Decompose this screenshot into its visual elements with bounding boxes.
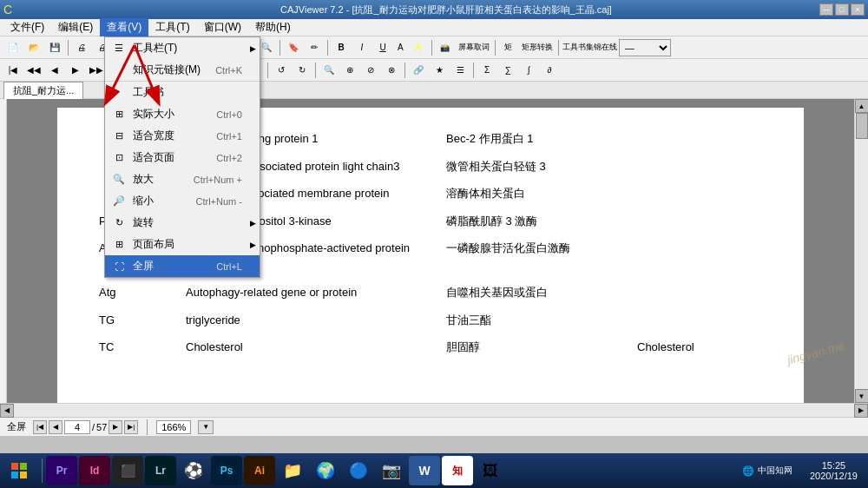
menu-tools[interactable]: 工具(T): [148, 18, 196, 36]
clock-date: 2020/12/19: [810, 471, 858, 481]
list-btn[interactable]: ☰: [450, 61, 470, 80]
chinese-cell: 微管相关蛋白轻链 3: [439, 153, 630, 181]
minimize-button[interactable]: —: [819, 3, 833, 16]
scroll-track[interactable]: [856, 113, 868, 389]
page-number-input[interactable]: [64, 420, 90, 434]
rotate-left-btn[interactable]: ↺: [272, 61, 291, 80]
taskbar-camera[interactable]: 📷: [376, 456, 407, 485]
taskbar-premiere[interactable]: Pr: [46, 456, 77, 485]
windows-button[interactable]: [3, 456, 35, 485]
scroll-thumb[interactable]: [856, 113, 868, 139]
bookmark-button[interactable]: 🔖: [284, 38, 303, 57]
taskbar-indesign[interactable]: Id: [79, 456, 110, 485]
new-button[interactable]: 📄: [3, 38, 23, 57]
link-btn[interactable]: 🔗: [409, 61, 428, 80]
taskbar-video[interactable]: ⬛: [112, 456, 143, 485]
zoom-input[interactable]: [156, 420, 191, 434]
library-label: 工具书集锦在线: [562, 42, 617, 53]
h-scroll-track[interactable]: [14, 405, 854, 417]
menu-file[interactable]: 文件(F): [3, 18, 51, 36]
save-button[interactable]: 💾: [45, 38, 64, 57]
taskbar-ball[interactable]: ⚽: [178, 456, 209, 485]
translate-button[interactable]: 矩: [499, 38, 518, 57]
print-button[interactable]: 🖨: [72, 38, 91, 57]
vertical-scrollbar[interactable]: ▲ ▼: [854, 99, 868, 403]
taskbar-image[interactable]: 🖼: [475, 456, 506, 485]
menu-toolbar-item[interactable]: ☰ 工具栏(T): [105, 37, 260, 59]
rotate-right-btn[interactable]: ↻: [293, 61, 312, 80]
document-tab[interactable]: 抗阻_耐力运...: [3, 82, 83, 99]
annotate-button[interactable]: ✏: [305, 38, 324, 57]
next-btn[interactable]: ▶: [66, 61, 85, 80]
menu-fit-page-item[interactable]: ⊡ 适合页面 Ctrl+2: [105, 147, 260, 168]
screen-capture-button[interactable]: 📸: [436, 38, 455, 57]
menu-layout-item[interactable]: ⊞ 页面布局: [105, 234, 260, 255]
extra-btn2[interactable]: ∑: [498, 61, 517, 80]
taskbar-word[interactable]: W: [409, 456, 440, 485]
prev-btn2[interactable]: ◀: [45, 61, 64, 80]
zoom-adjust-button[interactable]: ▼: [198, 420, 214, 434]
scroll-right-button[interactable]: ▶: [854, 404, 868, 418]
menu-window[interactable]: 窗口(W): [197, 18, 248, 36]
windows-icon: [10, 462, 28, 479]
taskbar-illustrator[interactable]: Ai: [244, 456, 275, 485]
clock-display: 15:25 2020/12/19: [803, 460, 865, 481]
open-button[interactable]: 📂: [24, 38, 43, 57]
menu-zoom-out-item[interactable]: 🔎 缩小 Ctrl+Num -: [105, 190, 260, 212]
menu-actual-size-item[interactable]: ⊞ 实际大小 Ctrl+0: [105, 103, 260, 125]
last-page-nav-button[interactable]: ▶|: [124, 420, 138, 434]
bold-button[interactable]: B: [332, 38, 351, 57]
close-button[interactable]: ×: [851, 3, 865, 16]
menu-view[interactable]: 查看(V): [100, 18, 148, 36]
menu-zoom-in-item[interactable]: 🔍 放大 Ctrl+Num +: [105, 168, 260, 190]
taskbar-earth[interactable]: 🌍: [310, 456, 341, 485]
extra-btn4[interactable]: ∂: [540, 61, 559, 80]
first-page-button[interactable]: |◀: [3, 61, 23, 80]
sys-tray-icons: 🌐 中国知网: [735, 465, 799, 477]
scroll-up-button[interactable]: ▲: [855, 99, 869, 113]
maximize-button[interactable]: □: [835, 3, 849, 16]
chinese-cell: 甘油三酯: [439, 307, 630, 334]
highlight-button[interactable]: A: [409, 38, 428, 57]
next-page-button[interactable]: ▶▶: [87, 61, 106, 80]
extra-btn3[interactable]: ∫: [519, 61, 538, 80]
horizontal-scrollbar[interactable]: ◀ ▶: [0, 403, 868, 417]
prev-page-button[interactable]: ◀◀: [24, 61, 43, 80]
fullscreen-status: 全屏: [7, 420, 26, 433]
menu-knowledge-link-item[interactable]: 知识元链接(M) Ctrl+K: [105, 59, 260, 81]
menu-fullscreen-item[interactable]: ⛶ 全屏 Ctrl+L: [105, 255, 260, 277]
fullscreen-icon: ⛶: [112, 261, 126, 272]
fit-page-icon: ⊡: [112, 152, 126, 163]
sep1: [68, 40, 69, 56]
taskbar-chrome[interactable]: 🔵: [343, 456, 374, 485]
next-page-nav-button[interactable]: ▶: [108, 420, 122, 434]
taskbar-cajviewer[interactable]: 知: [442, 456, 473, 485]
menu-rotate-item[interactable]: ↻ 旋转: [105, 212, 260, 234]
taskbar-photoshop[interactable]: Ps: [211, 456, 242, 485]
menu-edit[interactable]: 编辑(E): [51, 18, 100, 36]
option-btn3[interactable]: ⊗: [382, 61, 401, 80]
extra-btn1[interactable]: Σ: [477, 61, 496, 80]
option-btn2[interactable]: ⊘: [361, 61, 380, 80]
sep8: [495, 40, 496, 56]
library-select[interactable]: —: [619, 39, 671, 56]
menu-fit-width-item[interactable]: ⊟ 适合宽度 Ctrl+1: [105, 125, 260, 147]
extra-cell: Cholesterol: [630, 333, 769, 361]
first-page-nav-button[interactable]: |◀: [33, 420, 47, 434]
star-btn[interactable]: ★: [430, 61, 449, 80]
english-cell: Cholesterol: [179, 333, 439, 361]
option-btn1[interactable]: ⊕: [340, 61, 359, 80]
menu-help[interactable]: 帮助(H): [248, 18, 298, 36]
prev-page-nav-button[interactable]: ◀: [49, 420, 62, 434]
italic-button[interactable]: I: [352, 38, 372, 57]
nav-sep4: [315, 63, 316, 78]
scroll-down-button[interactable]: ▼: [855, 389, 869, 403]
taskbar: Pr Id ⬛ Lr ⚽ Ps Ai 📁 🌍 🔵 📷 W 知 🖼 🌐 中国: [0, 453, 868, 488]
taskbar-files[interactable]: 📁: [277, 456, 308, 485]
menu-reference-item[interactable]: 工具书: [105, 81, 260, 103]
scroll-left-button[interactable]: ◀: [0, 404, 14, 418]
underline-button[interactable]: U: [373, 38, 392, 57]
network-icon[interactable]: 🌐: [742, 465, 754, 477]
search-btn[interactable]: 🔍: [319, 61, 339, 80]
taskbar-lightroom[interactable]: Lr: [145, 456, 176, 485]
